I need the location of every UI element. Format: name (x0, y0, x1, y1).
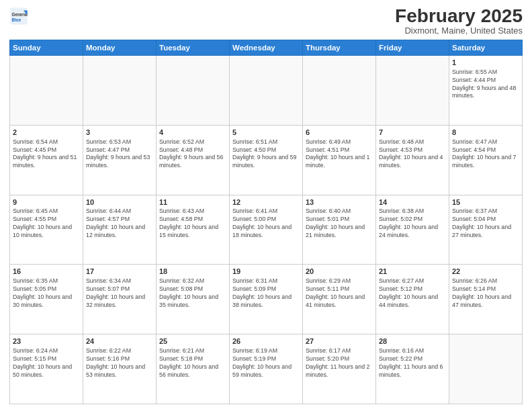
col-monday: Monday (83, 40, 157, 56)
day-info: Sunrise: 6:43 AMSunset: 4:58 PMDaylight:… (159, 208, 226, 240)
calendar-cell (157, 56, 230, 126)
header-row: Sunday Monday Tuesday Wednesday Thursday… (10, 40, 523, 56)
day-number: 17 (86, 267, 153, 277)
day-info: Sunrise: 6:47 AMSunset: 4:54 PMDaylight:… (452, 138, 519, 171)
svg-text:Blue: Blue (12, 17, 21, 22)
calendar-cell: 22Sunrise: 6:26 AMSunset: 5:14 PMDayligh… (449, 265, 523, 334)
day-number: 11 (159, 197, 226, 208)
day-info: Sunrise: 6:38 AMSunset: 5:02 PMDaylight:… (379, 208, 446, 240)
col-wednesday: Wednesday (230, 40, 303, 56)
calendar-cell: 28Sunrise: 6:16 AMSunset: 5:22 PMDayligh… (376, 334, 449, 404)
day-info: Sunrise: 6:27 AMSunset: 5:12 PMDaylight:… (379, 277, 446, 310)
day-number: 13 (306, 197, 373, 208)
day-info: Sunrise: 6:22 AMSunset: 5:16 PMDaylight:… (86, 347, 153, 379)
day-info: Sunrise: 6:35 AMSunset: 5:05 PMDaylight:… (13, 277, 80, 310)
day-info: Sunrise: 6:31 AMSunset: 5:09 PMDaylight:… (232, 277, 300, 310)
calendar-body: 1Sunrise: 6:55 AMSunset: 4:44 PMDaylight… (10, 56, 523, 404)
day-number: 10 (86, 197, 153, 208)
calendar-cell: 21Sunrise: 6:27 AMSunset: 5:12 PMDayligh… (376, 265, 449, 334)
calendar-cell: 18Sunrise: 6:32 AMSunset: 5:08 PMDayligh… (157, 265, 230, 334)
calendar-cell: 16Sunrise: 6:35 AMSunset: 5:05 PMDayligh… (10, 265, 83, 334)
calendar-header: Sunday Monday Tuesday Wednesday Thursday… (10, 40, 523, 56)
calendar-week-row: 9Sunrise: 6:45 AMSunset: 4:55 PMDaylight… (10, 195, 523, 265)
calendar-week-row: 1Sunrise: 6:55 AMSunset: 4:44 PMDaylight… (10, 56, 523, 126)
day-info: Sunrise: 6:52 AMSunset: 4:48 PMDaylight:… (159, 138, 226, 171)
logo-icon: General Blue (9, 7, 28, 26)
day-number: 23 (13, 336, 80, 347)
calendar-cell: 12Sunrise: 6:41 AMSunset: 5:00 PMDayligh… (230, 195, 303, 265)
header: General Blue February 2025 Dixmont, Main… (9, 7, 523, 36)
calendar-cell: 3Sunrise: 6:53 AMSunset: 4:47 PMDaylight… (83, 125, 157, 195)
calendar-week-row: 23Sunrise: 6:24 AMSunset: 5:15 PMDayligh… (10, 334, 523, 404)
calendar-cell: 27Sunrise: 6:17 AMSunset: 5:20 PMDayligh… (303, 334, 376, 404)
day-info: Sunrise: 6:44 AMSunset: 4:57 PMDaylight:… (86, 208, 153, 240)
calendar-cell (303, 56, 376, 126)
day-info: Sunrise: 6:24 AMSunset: 5:15 PMDaylight:… (13, 347, 80, 379)
day-number: 16 (13, 267, 80, 277)
day-number: 20 (306, 267, 373, 277)
day-number: 6 (306, 128, 373, 138)
day-info: Sunrise: 6:55 AMSunset: 4:44 PMDaylight:… (452, 68, 519, 101)
day-number: 14 (379, 197, 446, 208)
day-info: Sunrise: 6:51 AMSunset: 4:50 PMDaylight:… (232, 138, 300, 171)
calendar-cell: 14Sunrise: 6:38 AMSunset: 5:02 PMDayligh… (376, 195, 449, 265)
calendar-location: Dixmont, Maine, United States (395, 26, 523, 36)
calendar-cell: 13Sunrise: 6:40 AMSunset: 5:01 PMDayligh… (303, 195, 376, 265)
day-info: Sunrise: 6:19 AMSunset: 5:19 PMDaylight:… (232, 347, 300, 379)
calendar-week-row: 16Sunrise: 6:35 AMSunset: 5:05 PMDayligh… (10, 265, 523, 334)
day-info: Sunrise: 6:45 AMSunset: 4:55 PMDaylight:… (13, 208, 80, 240)
day-number: 25 (159, 336, 226, 347)
day-info: Sunrise: 6:54 AMSunset: 4:45 PMDaylight:… (13, 138, 80, 171)
day-info: Sunrise: 6:48 AMSunset: 4:53 PMDaylight:… (379, 138, 446, 171)
day-info: Sunrise: 6:34 AMSunset: 5:07 PMDaylight:… (86, 277, 153, 310)
day-info: Sunrise: 6:53 AMSunset: 4:47 PMDaylight:… (86, 138, 153, 171)
day-number: 9 (13, 197, 80, 208)
col-thursday: Thursday (303, 40, 376, 56)
calendar-cell: 24Sunrise: 6:22 AMSunset: 5:16 PMDayligh… (83, 334, 157, 404)
day-info: Sunrise: 6:16 AMSunset: 5:22 PMDaylight:… (379, 347, 446, 379)
day-info: Sunrise: 6:32 AMSunset: 5:08 PMDaylight:… (159, 277, 226, 310)
day-info: Sunrise: 6:29 AMSunset: 5:11 PMDaylight:… (306, 277, 373, 310)
title-block: February 2025 Dixmont, Maine, United Sta… (395, 7, 523, 36)
calendar-cell: 1Sunrise: 6:55 AMSunset: 4:44 PMDaylight… (449, 56, 523, 126)
calendar-cell: 20Sunrise: 6:29 AMSunset: 5:11 PMDayligh… (303, 265, 376, 334)
col-friday: Friday (376, 40, 449, 56)
day-number: 1 (452, 58, 519, 68)
day-info: Sunrise: 6:37 AMSunset: 5:04 PMDaylight:… (452, 208, 519, 240)
day-info: Sunrise: 6:49 AMSunset: 4:51 PMDaylight:… (306, 138, 373, 171)
day-number: 5 (232, 128, 300, 138)
calendar-cell: 19Sunrise: 6:31 AMSunset: 5:09 PMDayligh… (230, 265, 303, 334)
calendar-cell: 17Sunrise: 6:34 AMSunset: 5:07 PMDayligh… (83, 265, 157, 334)
calendar-cell (83, 56, 157, 126)
calendar-cell: 8Sunrise: 6:47 AMSunset: 4:54 PMDaylight… (449, 125, 523, 195)
page: General Blue February 2025 Dixmont, Main… (0, 0, 532, 411)
day-number: 2 (13, 128, 80, 138)
calendar-cell (10, 56, 83, 126)
day-number: 15 (452, 197, 519, 208)
calendar-cell: 5Sunrise: 6:51 AMSunset: 4:50 PMDaylight… (230, 125, 303, 195)
day-number: 28 (379, 336, 446, 347)
day-number: 22 (452, 267, 519, 277)
calendar-table: Sunday Monday Tuesday Wednesday Thursday… (9, 40, 523, 404)
calendar-cell: 6Sunrise: 6:49 AMSunset: 4:51 PMDaylight… (303, 125, 376, 195)
day-number: 8 (452, 128, 519, 138)
day-info: Sunrise: 6:17 AMSunset: 5:20 PMDaylight:… (306, 347, 373, 379)
calendar-cell: 25Sunrise: 6:21 AMSunset: 5:18 PMDayligh… (157, 334, 230, 404)
calendar-cell (230, 56, 303, 126)
logo: General Blue (9, 7, 28, 26)
day-number: 26 (232, 336, 300, 347)
col-sunday: Sunday (10, 40, 83, 56)
calendar-cell: 26Sunrise: 6:19 AMSunset: 5:19 PMDayligh… (230, 334, 303, 404)
day-info: Sunrise: 6:26 AMSunset: 5:14 PMDaylight:… (452, 277, 519, 310)
day-number: 12 (232, 197, 300, 208)
day-number: 18 (159, 267, 226, 277)
calendar-cell: 7Sunrise: 6:48 AMSunset: 4:53 PMDaylight… (376, 125, 449, 195)
day-number: 4 (159, 128, 226, 138)
day-number: 24 (86, 336, 153, 347)
col-saturday: Saturday (449, 40, 523, 56)
calendar-cell: 11Sunrise: 6:43 AMSunset: 4:58 PMDayligh… (157, 195, 230, 265)
day-info: Sunrise: 6:40 AMSunset: 5:01 PMDaylight:… (306, 208, 373, 240)
day-info: Sunrise: 6:41 AMSunset: 5:00 PMDaylight:… (232, 208, 300, 240)
calendar-cell: 23Sunrise: 6:24 AMSunset: 5:15 PMDayligh… (10, 334, 83, 404)
day-number: 21 (379, 267, 446, 277)
